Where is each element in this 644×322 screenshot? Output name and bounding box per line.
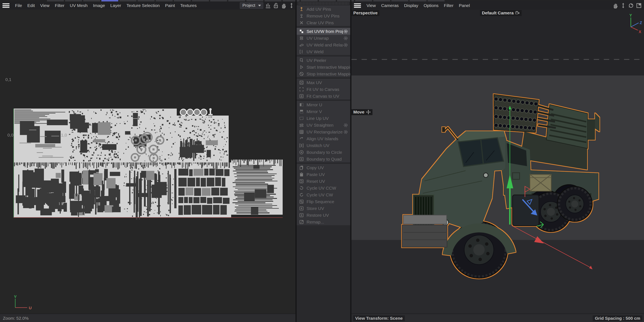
command-fit-canvas-to-uv[interactable]: Fit Canvas to UV	[297, 93, 350, 100]
uv-canvas[interactable]: 0,1 0,0 1,0 V U	[0, 10, 296, 314]
command-max-uv[interactable]: Max UV	[297, 79, 350, 86]
window-tab[interactable]	[65, 0, 82, 1]
command-uv-weld[interactable]: UV Weld	[297, 48, 350, 55]
gear-icon[interactable]	[343, 36, 348, 41]
command-uv-unwrap[interactable]: UV Unwrap	[297, 35, 350, 41]
window-tab[interactable]	[301, 0, 318, 1]
menu-texture-selection[interactable]: Texture Selection	[124, 2, 162, 9]
hand-icon[interactable]	[280, 2, 287, 9]
window-tab-strip[interactable]	[0, 0, 644, 1]
reset-icon	[299, 179, 304, 184]
menu-uv-mesh[interactable]: UV Mesh	[67, 2, 90, 9]
command-boundary-to-quad[interactable]: Boundary to Quad	[297, 156, 350, 162]
window-tab[interactable]	[120, 0, 136, 1]
orbit-icon[interactable]	[628, 2, 634, 9]
menu-edit[interactable]: Edit	[25, 2, 38, 9]
command-start-interactive-mapping[interactable]: Start Interactive Mapping	[297, 64, 350, 71]
menu-view[interactable]: View	[38, 2, 52, 9]
vp-menu-view[interactable]: View	[364, 2, 378, 9]
command-remove-uv-pins[interactable]: Remove UV Pins	[297, 12, 350, 19]
unlock-icon[interactable]	[273, 2, 279, 9]
command-unstitch-uv[interactable]: Unstitch UV	[297, 142, 350, 149]
command-mirror-u[interactable]: Mirror U	[297, 101, 350, 108]
command-uv-weld-and-relax[interactable]: UV Weld and Relax	[297, 41, 350, 48]
command-flip-sequence[interactable]: Flip Sequence	[297, 198, 350, 205]
window-tab[interactable]	[283, 0, 300, 1]
axis-y-label: Y	[629, 14, 632, 17]
command-mirror-v[interactable]: Mirror V	[297, 108, 350, 115]
command-reset-uv[interactable]: Reset UV	[297, 178, 350, 185]
window-tab[interactable]	[47, 0, 64, 1]
menu-file[interactable]: File	[12, 2, 25, 9]
menu-filter[interactable]: Filter	[52, 2, 67, 9]
command-label: Fit UV to Canvas	[306, 87, 339, 92]
command-restore-uv[interactable]: Restore UV	[297, 212, 350, 219]
hand-icon[interactable]	[612, 2, 618, 9]
gear-icon[interactable]	[343, 123, 348, 128]
window-tab[interactable]	[156, 0, 173, 1]
command-clear-uv-pins[interactable]: Clear UV Pins	[297, 19, 350, 26]
axis-gizmo[interactable]: Y Z X	[619, 14, 642, 36]
command-copy-uv[interactable]: Copy UV	[297, 164, 350, 171]
command-fit-uv-to-canvas[interactable]: Fit UV to Canvas	[297, 86, 350, 93]
maximize-icon[interactable]	[636, 2, 642, 9]
command-stop-interactive-mapping[interactable]: Stop Interactive Mapping	[297, 71, 350, 77]
command-set-uvw-from-projection[interactable]: Set UVW from Projection	[297, 28, 350, 35]
camera-view-label[interactable]: Perspective	[352, 10, 380, 16]
pan-vertical-icon[interactable]	[288, 2, 294, 9]
viewport-3d[interactable]: Y Z X	[352, 10, 644, 314]
command-align-uv-islands[interactable]: Align UV Islands	[297, 135, 350, 142]
window-tab[interactable]	[264, 0, 282, 1]
command-paste-uv[interactable]: Paste UV	[297, 171, 350, 178]
window-tab[interactable]	[210, 0, 227, 1]
gear-icon[interactable]	[343, 43, 348, 47]
window-tab[interactable]	[355, 0, 372, 1]
vp-menu-options[interactable]: Options	[421, 2, 441, 9]
window-tab[interactable]	[228, 0, 245, 1]
window-tab[interactable]	[319, 0, 336, 1]
window-tab[interactable]	[174, 0, 191, 1]
vp-menu-cameras[interactable]: Cameras	[378, 2, 401, 9]
command-line-up-uv[interactable]: Line Up UV	[297, 115, 350, 122]
pan-vertical-icon[interactable]	[620, 2, 626, 9]
gizmo-x-arrowhead[interactable]	[534, 236, 544, 243]
viewport-menubar: ViewCamerasDisplayOptionsFilterPanel	[352, 1, 644, 10]
window-tab[interactable]	[428, 0, 444, 1]
window-tab[interactable]	[410, 0, 426, 1]
command-cycle-uv-ccw[interactable]: Cycle UV CCW	[297, 185, 350, 191]
menu-textures[interactable]: Textures	[178, 2, 199, 9]
command-remap[interactable]: Remap...	[297, 219, 350, 225]
menu-layer[interactable]: Layer	[108, 2, 124, 9]
command-boundary-to-circle[interactable]: Boundary to Circle	[297, 149, 350, 156]
command-uv-peeler[interactable]: UV Peeler	[297, 57, 350, 64]
gear-icon[interactable]	[343, 130, 348, 135]
vp-menu-filter[interactable]: Filter	[441, 2, 456, 9]
truck-model[interactable]	[402, 94, 600, 278]
window-tab[interactable]	[392, 0, 408, 1]
window-tab[interactable]	[246, 0, 263, 1]
window-tab[interactable]	[373, 0, 390, 1]
vp-menu-panel[interactable]: Panel	[456, 2, 472, 9]
window-tab[interactable]	[83, 0, 100, 1]
vp-menu-display[interactable]: Display	[401, 2, 421, 9]
default-camera-label[interactable]: Default Camera	[480, 10, 522, 16]
menu-icon[interactable]	[354, 3, 361, 8]
palette-grip[interactable]	[298, 2, 349, 5]
project-dropdown[interactable]: Project	[240, 2, 263, 9]
command-uv-straighten[interactable]: UV Straighten	[297, 122, 350, 129]
menu-icon[interactable]	[2, 3, 10, 8]
command-add-uv-pins[interactable]: Add UV Pins	[297, 6, 350, 12]
window-tab[interactable]	[192, 0, 209, 1]
uv-map[interactable]	[0, 13, 296, 314]
menu-image[interactable]: Image	[90, 2, 108, 9]
histogram-icon[interactable]	[265, 2, 271, 9]
command-label: Stop Interactive Mapping	[306, 72, 350, 76]
window-tab-active[interactable]	[101, 0, 118, 1]
command-store-uv[interactable]: Store UV	[297, 205, 350, 212]
mirror-u-icon	[299, 102, 304, 108]
menu-paint[interactable]: Paint	[162, 2, 178, 9]
command-cycle-uv-cw[interactable]: Cycle UV CW	[297, 191, 350, 198]
command-uv-rectangularize[interactable]: UV Rectangularize	[297, 129, 350, 135]
gear-icon[interactable]	[343, 29, 348, 34]
window-tab[interactable]	[138, 0, 154, 1]
